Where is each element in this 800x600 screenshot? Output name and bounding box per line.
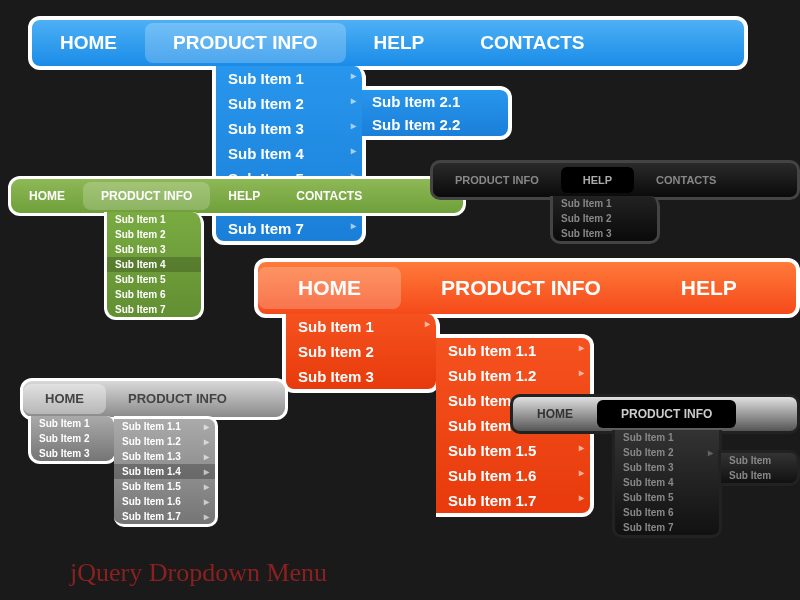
page-title: jQuery Dropdown Menu [70,558,327,588]
green-dropdown: Sub Item 1 Sub Item 2 Sub Item 3 Sub Ite… [104,212,204,320]
blue-dropdown: Sub Item 1 Sub Item 2 Sub Item 3 Sub Ite… [212,66,366,245]
gray-menu: HOME PRODUCT INFO [20,378,288,420]
gray-menu-top: HOME PRODUCT INFO [23,381,285,417]
dark1-menu-top: PRODUCT INFO HELP CONTACTS [433,163,797,197]
dropdown-item[interactable]: Sub Item 3 [286,364,436,389]
dropdown-item[interactable]: Sub Item 6 [107,287,201,302]
menu-item-contacts[interactable]: CONTACTS [634,167,738,193]
dark2-flyout: Sub Item Sub Item [718,450,800,486]
menu-item-product-info[interactable]: PRODUCT INFO [83,182,210,210]
flyout-item[interactable]: Sub Item [721,453,797,468]
green-menu-top: HOME PRODUCT INFO HELP CONTACTS [11,179,463,213]
dark2-dropdown: Sub Item 1 Sub Item 2 Sub Item 3 Sub Ite… [612,430,722,538]
dropdown-item[interactable]: Sub Item 2 [286,339,436,364]
menu-item-product-info[interactable]: PRODUCT INFO [401,267,641,309]
dropdown-item[interactable]: Sub Item 7 [615,520,719,535]
menu-item-contacts[interactable]: CONTACTS [452,23,612,63]
menu-item-contacts[interactable]: CONTACTS [278,182,380,210]
blue-menu: HOME PRODUCT INFO HELP CONTACTS [28,16,748,70]
menu-item-home[interactable]: HOME [23,384,106,414]
flyout-item[interactable]: Sub Item 1.6 [114,494,215,509]
dropdown-item[interactable]: Sub Item 2 [31,431,115,446]
flyout-item[interactable]: Sub Item [721,468,797,483]
menu-item-product-info[interactable]: PRODUCT INFO [106,384,249,414]
dropdown-item-selected[interactable]: Sub Item 4 [107,257,201,272]
dropdown-item[interactable]: Sub Item 2 [216,91,362,116]
dropdown-item[interactable]: Sub Item 5 [615,490,719,505]
menu-item-home[interactable]: HOME [32,23,145,63]
flyout-item[interactable]: Sub Item 1.6 [436,463,590,488]
gray-dropdown: Sub Item 1 Sub Item 2 Sub Item 3 [28,416,118,464]
flyout-item[interactable]: Sub Item 1.7 [436,488,590,513]
dark2-menu-top: HOME PRODUCT INFO [513,397,797,431]
dropdown-item[interactable]: Sub Item 7 [216,216,362,241]
dropdown-item[interactable]: Sub Item 2 [615,445,719,460]
flyout-item[interactable]: Sub Item 1.3 [114,449,215,464]
menu-item-home[interactable]: HOME [11,182,83,210]
dropdown-item[interactable]: Sub Item 6 [615,505,719,520]
dropdown-item[interactable]: Sub Item 3 [216,116,362,141]
flyout-item[interactable]: Sub Item 2.2 [362,113,508,136]
flyout-item[interactable]: Sub Item 2.1 [362,90,508,113]
flyout-item-selected[interactable]: Sub Item 1.4 [114,464,215,479]
blue-flyout: Sub Item 2.1 Sub Item 2.2 [362,86,512,140]
menu-item-product-info[interactable]: PRODUCT INFO [433,167,561,193]
menu-item-help[interactable]: HELP [641,267,777,309]
green-menu: HOME PRODUCT INFO HELP CONTACTS [8,176,466,216]
dropdown-item[interactable]: Sub Item 1 [107,212,201,227]
orange-menu: HOME PRODUCT INFO HELP [254,258,800,318]
orange-menu-top: HOME PRODUCT INFO HELP [258,262,796,314]
dropdown-item[interactable]: Sub Item 1 [216,66,362,91]
dropdown-item[interactable]: Sub Item 3 [31,446,115,461]
dark2-menu: HOME PRODUCT INFO [510,394,800,434]
flyout-item[interactable]: Sub Item 1.5 [436,438,590,463]
dropdown-item[interactable]: Sub Item 2 [553,211,657,226]
flyout-item[interactable]: Sub Item 1.1 [114,419,215,434]
dark1-menu: PRODUCT INFO HELP CONTACTS [430,160,800,200]
dropdown-item[interactable]: Sub Item 4 [216,141,362,166]
menu-item-home[interactable]: HOME [513,400,597,428]
dropdown-item[interactable]: Sub Item 1 [553,196,657,211]
dark1-dropdown: Sub Item 1 Sub Item 2 Sub Item 3 [550,196,660,244]
dropdown-item[interactable]: Sub Item 2 [107,227,201,242]
menu-item-help[interactable]: HELP [346,23,453,63]
dropdown-item[interactable]: Sub Item 1 [31,416,115,431]
menu-item-product-info[interactable]: PRODUCT INFO [597,400,736,428]
dropdown-item[interactable]: Sub Item 3 [553,226,657,241]
dropdown-item[interactable]: Sub Item 7 [107,302,201,317]
flyout-item[interactable]: Sub Item 1.1 [436,338,590,363]
blue-menu-top: HOME PRODUCT INFO HELP CONTACTS [32,20,744,66]
menu-item-help[interactable]: HELP [210,182,278,210]
dropdown-item[interactable]: Sub Item 5 [107,272,201,287]
flyout-item[interactable]: Sub Item 1.5 [114,479,215,494]
dropdown-item[interactable]: Sub Item 3 [615,460,719,475]
dropdown-item[interactable]: Sub Item 4 [615,475,719,490]
dropdown-item[interactable]: Sub Item 1 [286,314,436,339]
gray-flyout: Sub Item 1.1 Sub Item 1.2 Sub Item 1.3 S… [114,416,218,527]
menu-item-help[interactable]: HELP [561,167,634,193]
menu-item-home[interactable]: HOME [258,267,401,309]
flyout-item[interactable]: Sub Item 1.2 [114,434,215,449]
dropdown-item[interactable]: Sub Item 1 [615,430,719,445]
dropdown-item[interactable]: Sub Item 3 [107,242,201,257]
flyout-item[interactable]: Sub Item 1.7 [114,509,215,524]
menu-item-product-info[interactable]: PRODUCT INFO [145,23,346,63]
flyout-item[interactable]: Sub Item 1.2 [436,363,590,388]
orange-dropdown: Sub Item 1 Sub Item 2 Sub Item 3 [282,314,440,393]
